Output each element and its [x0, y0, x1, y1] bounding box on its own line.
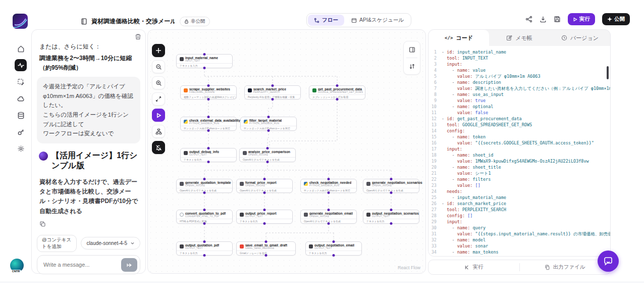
- node-output-port[interactable]: [203, 67, 206, 69]
- node-input-port[interactable]: [207, 116, 210, 118]
- scrollbar-thumb[interactable]: [607, 66, 609, 79]
- node-output-port[interactable]: [267, 129, 270, 132]
- flow-node[interactable]: generate_negotiation_scenariosOPENAI_INV…: [363, 179, 419, 193]
- node-output-port[interactable]: [265, 254, 267, 257]
- code-line: 1- id: input_material_name: [428, 49, 610, 55]
- node-input-port[interactable]: [333, 240, 335, 243]
- flow-node[interactable]: output_quotation_pdfOUTPUT_TEXTテキストを出力: [176, 241, 233, 256]
- zoom-in-button[interactable]: [152, 76, 165, 89]
- fit-view-button[interactable]: [152, 92, 165, 106]
- node-input-port[interactable]: [207, 84, 210, 87]
- toggle-panel-button[interactable]: [404, 41, 420, 58]
- node-input-port[interactable]: [328, 178, 330, 180]
- tab-versions[interactable]: バージョン: [550, 30, 610, 46]
- workflows-icon[interactable]: [15, 59, 27, 71]
- settings-icon[interactable]: [15, 142, 27, 155]
- node-input-port[interactable]: [328, 209, 330, 211]
- node-output-port[interactable]: [336, 98, 339, 101]
- node-output-port[interactable]: [207, 161, 210, 163]
- node-input-port[interactable]: [203, 53, 206, 56]
- node-output-port[interactable]: [263, 191, 266, 194]
- model-selector[interactable]: claude-sonnet-4-5: [81, 237, 140, 250]
- flow-node[interactable]: save_email_to_gmail_draftGMAIL_SEND_MESS…: [236, 241, 296, 256]
- flow-node[interactable]: filter_target_materialPYTHON_SANDBOX_RUN…: [240, 117, 297, 131]
- tab-api-schedule[interactable]: API&スケジュール: [345, 15, 410, 26]
- node-input-port[interactable]: [207, 147, 210, 150]
- flow-node[interactable]: input_material_nameINPUT_TEXTテキストを入力: [176, 54, 233, 68]
- flow-node[interactable]: generate_quotation_templateOPENAI_INVOKE…: [176, 179, 233, 193]
- flow-node[interactable]: output_debug_infoOUTPUT_TEXTテキストを出力: [180, 148, 237, 162]
- flow-node[interactable]: output_negotiation_scenariosOUTPUT_TEXTテ…: [363, 210, 419, 224]
- flow-node[interactable]: analyze_price_comparisonOPENAI_INVOKEOpe…: [239, 148, 296, 162]
- node-output-port[interactable]: [207, 129, 210, 132]
- node-input-port[interactable]: [203, 240, 206, 243]
- copy-icon[interactable]: [39, 220, 46, 229]
- publish-button[interactable]: 公開: [602, 13, 630, 25]
- run-flow-button[interactable]: [152, 109, 165, 122]
- node-input-port[interactable]: [263, 178, 266, 180]
- tab-notes[interactable]: メモ帳: [489, 30, 550, 46]
- tab-code[interactable]: </> コード: [428, 30, 489, 46]
- flow-node[interactable]: convert_quotation_to_pdfCONVERTER_HTML_T…: [176, 210, 233, 224]
- node-output-port[interactable]: [272, 98, 274, 101]
- node-input-port[interactable]: [390, 178, 393, 180]
- node-output-port[interactable]: [203, 191, 206, 194]
- flow-node[interactable]: scrape_supplier_websitesFIRECRAWL_SCRAPE…: [180, 85, 237, 99]
- node-output-port[interactable]: [328, 222, 330, 225]
- node-input-port[interactable]: [203, 178, 206, 180]
- flow-node[interactable]: check_negotiation_neededPYTHON_SANDBOX_R…: [300, 179, 357, 193]
- sort-nodes-button[interactable]: [404, 58, 420, 74]
- node-input-port[interactable]: [272, 84, 274, 87]
- node-output-port[interactable]: [390, 222, 393, 225]
- flow-node[interactable]: get_past_procurement_dataGOOGLE_SPREADSH…: [309, 85, 365, 99]
- save-icon[interactable]: [554, 16, 561, 23]
- node-input-port[interactable]: [390, 209, 393, 211]
- node-output-port[interactable]: [333, 254, 335, 257]
- node-output-port[interactable]: [263, 222, 266, 225]
- node-input-port[interactable]: [263, 209, 266, 211]
- database-icon[interactable]: [15, 109, 27, 121]
- footer-output-files[interactable]: 出力ファイル: [520, 264, 611, 271]
- flow-node[interactable]: search_market_pricePERPLEXITY_SEARCHPerp…: [244, 85, 301, 99]
- node-input-port[interactable]: [267, 116, 270, 118]
- home-icon[interactable]: [15, 42, 27, 55]
- app-logo[interactable]: [13, 14, 28, 29]
- share-icon[interactable]: [525, 16, 532, 23]
- user-avatar[interactable]: CNTR: [10, 259, 24, 272]
- flow-node[interactable]: output_negotiation_emailOUTPUT_TEXTテキストを…: [305, 241, 362, 256]
- flow-node[interactable]: output_price_reportOUTPUT_TEXTテキストを出力: [236, 210, 293, 224]
- cloud-icon[interactable]: [15, 92, 27, 105]
- node-output-port[interactable]: [328, 191, 330, 194]
- flow-node[interactable]: generate_negotiation_emailOPENAI_INVOKEO…: [300, 210, 357, 224]
- key-icon[interactable]: [15, 126, 27, 138]
- flow-node[interactable]: format_price_reportOPENAI_INVOKEOpenAIモデ…: [236, 179, 293, 193]
- node-input-port[interactable]: [336, 84, 339, 87]
- node-output-port[interactable]: [203, 254, 206, 257]
- node-input-port[interactable]: [265, 240, 267, 243]
- node-output-port[interactable]: [266, 161, 269, 163]
- run-button[interactable]: 実行: [568, 13, 595, 25]
- code-editor[interactable]: 1- id: input_material_name2 tool: INPUT_…: [428, 46, 610, 256]
- message-input[interactable]: [42, 256, 118, 274]
- code-lines: 1- id: input_material_name2 tool: INPUT_…: [428, 49, 610, 255]
- chat-fab-button[interactable]: [598, 251, 619, 272]
- flow-canvas[interactable]: input_material_nameINPUT_TEXTテキストを入力scra…: [147, 29, 426, 274]
- templates-icon[interactable]: [15, 76, 27, 88]
- tab-flow[interactable]: フロー: [308, 15, 344, 26]
- auto-layout-button[interactable]: [152, 125, 165, 138]
- node-output-port[interactable]: [207, 98, 210, 101]
- download-icon[interactable]: [540, 16, 547, 23]
- node-output-port[interactable]: [203, 222, 206, 225]
- node-output-port[interactable]: [390, 191, 393, 194]
- footer-run[interactable]: 実行: [428, 264, 519, 271]
- notifications-off-button[interactable]: [152, 141, 165, 154]
- add-context-chip[interactable]: @コンテキストを追加: [37, 235, 77, 252]
- flow-node[interactable]: check_external_data_availabilityPYTHON_S…: [180, 117, 237, 131]
- flow-icon: [314, 18, 319, 23]
- node-input-port[interactable]: [203, 209, 206, 211]
- node-input-port[interactable]: [266, 147, 269, 150]
- zoom-out-button[interactable]: [152, 60, 165, 73]
- add-node-button[interactable]: [152, 44, 165, 57]
- send-button[interactable]: [121, 258, 137, 272]
- delete-chat-icon[interactable]: [135, 33, 141, 42]
